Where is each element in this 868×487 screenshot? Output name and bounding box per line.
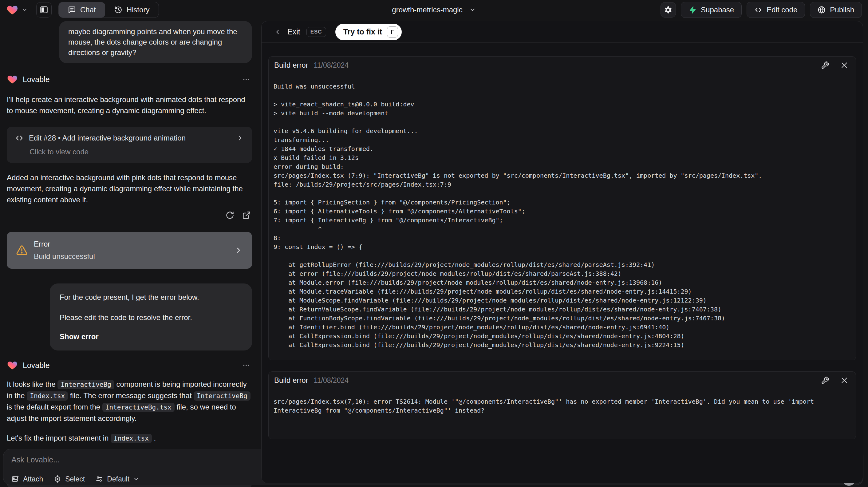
esc-keycap: ESC: [306, 27, 326, 37]
lovable-avatar-icon: [7, 360, 18, 371]
inline-code: InteractiveBg: [194, 391, 250, 401]
select-target-icon: [54, 475, 61, 483]
tab-chat[interactable]: Chat: [59, 2, 105, 18]
exit-button[interactable]: Exit: [287, 27, 300, 36]
show-error-link[interactable]: Show error: [60, 331, 242, 342]
top-bar: Chat History growth-metrics-magic Supaba…: [0, 0, 868, 20]
build-error-date: 11/08/2024: [314, 61, 348, 69]
error-viewer-panel: Exit ESC Try to fix it F Build error 11/…: [261, 21, 863, 483]
agent-name: Lovable: [23, 75, 50, 84]
user-message: For the code present, I get the error be…: [50, 283, 252, 351]
settings-button[interactable]: [660, 2, 676, 18]
lovable-logo-icon[interactable]: [6, 4, 19, 16]
build-error-card-2: Build error 11/08/2024 src/pages/Index.t…: [268, 371, 856, 439]
attach-image-icon: [11, 475, 19, 483]
supabase-label: Supabase: [701, 5, 734, 14]
inline-code: Index.tsx: [27, 391, 68, 401]
sidebar-toggle-button[interactable]: [36, 2, 52, 18]
open-external-icon[interactable]: [242, 211, 251, 219]
sliders-icon: [95, 475, 103, 483]
chat-history-tabs: Chat History: [58, 2, 159, 18]
error-card-subtitle: Build unsuccessful: [34, 252, 95, 261]
message-menu-button[interactable]: [242, 75, 252, 83]
publish-button[interactable]: Publish: [810, 2, 862, 18]
build-error-log: Build was unsuccessful > vite_react_shad…: [269, 74, 856, 360]
edit-card-28[interactable]: Edit #28 • Add interactive background an…: [7, 127, 252, 163]
code-brackets-icon: [15, 133, 24, 143]
chevron-right-icon: [234, 246, 243, 254]
chat-bubble-icon: [68, 6, 76, 14]
inline-code: InteractiveBg.tsx: [102, 403, 175, 412]
lovable-avatar-icon: [7, 74, 18, 85]
attach-label: Attach: [23, 475, 43, 483]
code-brackets-icon: [754, 6, 762, 14]
attach-button[interactable]: Attach: [11, 475, 43, 483]
user-message-line: For the code present, I get the error be…: [60, 292, 242, 303]
gear-icon: [664, 5, 673, 14]
build-error-title: Build error: [274, 376, 308, 385]
publish-label: Publish: [830, 5, 854, 14]
error-card[interactable]: Error Build unsuccessful: [7, 232, 252, 269]
message-actions: [7, 211, 252, 219]
wrench-icon[interactable]: [821, 376, 829, 385]
history-icon: [114, 6, 122, 14]
edit-code-button[interactable]: Edit code: [747, 2, 805, 18]
project-switcher[interactable]: growth-metrics-magic: [392, 5, 476, 14]
message-menu-button[interactable]: [242, 361, 252, 369]
agent-message-rich: Let's fix the import statement in Index.…: [7, 433, 252, 444]
agent-name: Lovable: [23, 361, 50, 370]
try-to-fix-button[interactable]: Try to fix it F: [335, 24, 402, 40]
inline-code: InteractiveBg: [58, 380, 114, 389]
agent-message-text: Added an interactive background with pin…: [7, 172, 252, 205]
chevron-right-icon: [236, 134, 244, 142]
user-message: maybe diagramming points and when you mo…: [59, 21, 252, 63]
restore-icon[interactable]: [226, 211, 234, 219]
close-icon[interactable]: [840, 376, 848, 384]
agent-message-header: Lovable: [7, 74, 252, 85]
build-error-log: src/pages/Index.tsx(7,10): error TS2614:…: [269, 389, 856, 439]
agent-message-text: I'll help create an interactive backgrou…: [7, 94, 252, 116]
edit-card-title: Edit #28 • Add interactive background an…: [29, 134, 186, 142]
mode-dropdown[interactable]: Default: [95, 475, 139, 483]
chevron-down-icon: [469, 6, 476, 13]
build-error-card-1: Build error 11/08/2024 Build was unsucce…: [268, 56, 856, 360]
tab-chat-label: Chat: [80, 5, 96, 14]
warning-triangle-icon: [16, 244, 28, 256]
chevron-down-icon[interactable]: [22, 7, 28, 13]
tab-history[interactable]: History: [105, 2, 159, 18]
supabase-button[interactable]: Supabase: [681, 2, 742, 18]
select-button[interactable]: Select: [54, 475, 85, 483]
agent-message-header: Lovable: [7, 360, 252, 371]
edit-card-subtitle: Click to view code: [30, 148, 244, 156]
globe-icon: [817, 6, 826, 14]
tab-history-label: History: [127, 5, 150, 14]
edit-code-label: Edit code: [767, 5, 797, 14]
build-error-header: Build error 11/08/2024: [269, 57, 856, 74]
chevron-left-icon[interactable]: [274, 28, 281, 36]
mode-label: Default: [107, 475, 129, 483]
error-card-title: Error: [34, 240, 95, 248]
build-error-header: Build error 11/08/2024: [269, 372, 856, 389]
build-error-title: Build error: [274, 61, 308, 69]
panel-left-icon: [40, 5, 48, 14]
select-label: Select: [65, 475, 85, 483]
user-message-text: maybe diagramming points and when you mo…: [68, 26, 243, 58]
user-message-line: Please edit the code to resolve the erro…: [60, 312, 242, 323]
agent-message-rich: It looks like the InteractiveBg componen…: [7, 379, 252, 424]
try-to-fix-label: Try to fix it: [343, 27, 382, 36]
inline-code: Index.tsx: [111, 434, 152, 443]
chevron-down-icon: [133, 476, 139, 482]
wrench-icon[interactable]: [821, 61, 829, 69]
build-error-date: 11/08/2024: [314, 376, 348, 385]
chat-column: maybe diagramming points and when you mo…: [0, 20, 260, 487]
supabase-bolt-icon: [688, 6, 696, 14]
error-viewer-header: Exit ESC Try to fix it F: [261, 21, 863, 43]
f-keycap: F: [387, 26, 398, 37]
project-name: growth-metrics-magic: [392, 5, 462, 14]
close-icon[interactable]: [840, 61, 848, 69]
